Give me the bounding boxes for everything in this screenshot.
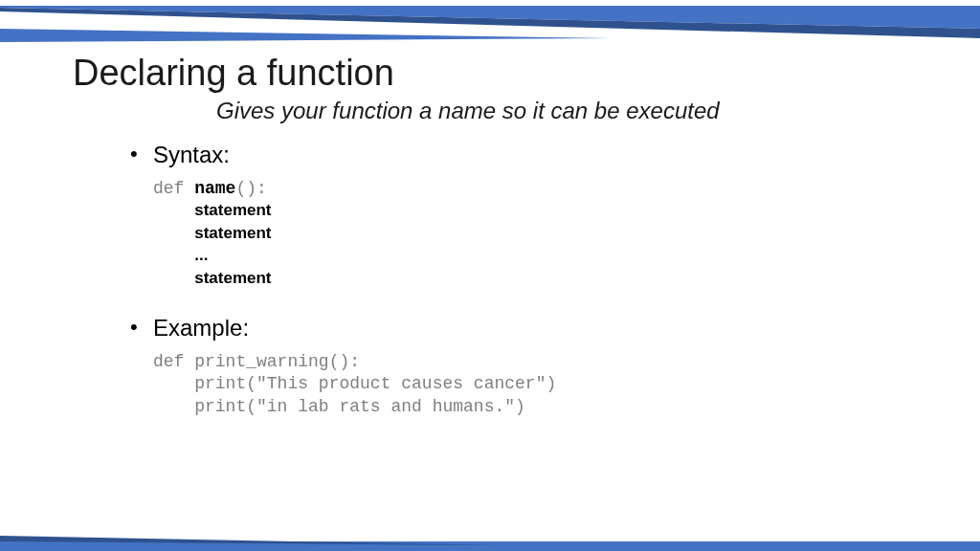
bullet-syntax: Syntax: def name(): statement statement … <box>153 142 923 290</box>
syntax-code: def name(): statement statement ... stat… <box>153 178 923 290</box>
bullet-label: Example: <box>153 315 923 342</box>
code-line: print("in lab rats and humans.") <box>153 397 525 416</box>
code-line: print("This product causes cancer") <box>153 374 556 393</box>
example-code: def print_warning(): print("This product… <box>153 351 923 418</box>
code-line: def print_warning(): <box>153 352 360 371</box>
svg-marker-5 <box>0 536 498 545</box>
bullet-example: Example: def print_warning(): print("Thi… <box>153 315 923 418</box>
svg-marker-3 <box>0 4 980 6</box>
svg-rect-4 <box>0 541 980 551</box>
syntax-dots: ... <box>194 246 208 264</box>
syntax-stmt: statement <box>194 201 271 219</box>
slide-content: Declaring a function Gives your function… <box>73 53 923 443</box>
top-decorative-band <box>0 0 980 46</box>
svg-marker-1 <box>0 8 980 38</box>
bottom-decorative-band <box>0 536 980 551</box>
syntax-stmt: statement <box>194 224 271 242</box>
bullet-list: Syntax: def name(): statement statement … <box>153 142 923 418</box>
syntax-name: name <box>194 179 235 198</box>
syntax-stmt: statement <box>194 269 271 287</box>
svg-marker-0 <box>0 4 980 29</box>
svg-marker-2 <box>0 29 612 42</box>
slide-title: Declaring a function <box>73 53 923 94</box>
keyword-def: def <box>153 179 194 198</box>
slide-subtitle: Gives your function a name so it can be … <box>216 98 923 124</box>
syntax-parens: (): <box>235 179 266 198</box>
bullet-label: Syntax: <box>153 142 923 168</box>
